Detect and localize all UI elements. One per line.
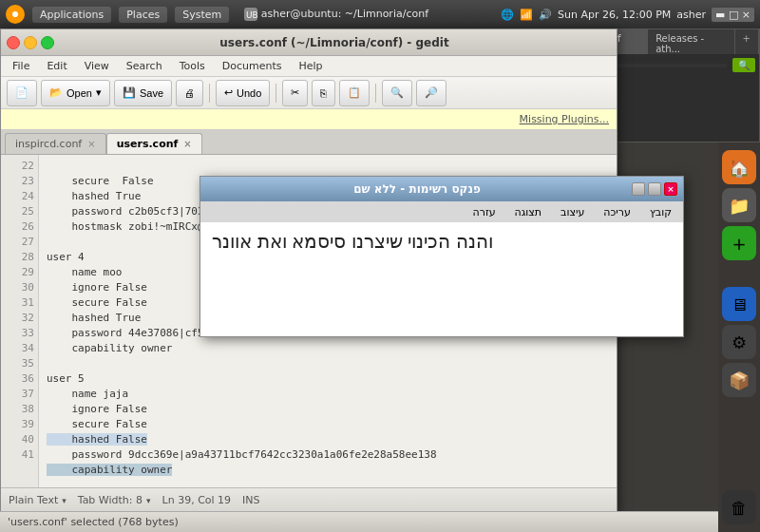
dialog-min-btn[interactable]: [632, 182, 645, 196]
gedit-close-btn[interactable]: [7, 36, 20, 49]
paste-icon: 📋: [348, 86, 361, 99]
toolbar-open-btn[interactable]: 📂 Open ▾: [41, 80, 110, 106]
gedit-menu-bar: File Edit View Search Tools Documents He…: [1, 56, 617, 77]
cut-icon: ✂: [291, 86, 299, 99]
line-ignore-false-2: ignore False: [47, 403, 147, 415]
taskbar-signal-icon: 📶: [520, 9, 533, 21]
new-icon: 📄: [15, 86, 28, 99]
toolbar-search-btn[interactable]: 🔍: [382, 80, 412, 106]
toolbar-undo-btn[interactable]: ↩ Undo: [216, 80, 270, 106]
print-icon: 🖨: [184, 87, 195, 99]
copy-icon: ⎘: [320, 87, 327, 99]
menu-view[interactable]: View: [77, 58, 117, 74]
taskbar-path: UB asher@ubuntu: ~/Limnoria/conf: [244, 8, 428, 21]
dialog-menu-format[interactable]: עיצוב: [553, 204, 592, 220]
line-user4: user 4: [47, 251, 85, 263]
menu-documents[interactable]: Documents: [215, 58, 290, 74]
dialog-win-btns: ×: [632, 182, 677, 196]
line-ignore-false: ignore False: [47, 281, 147, 294]
toolbar-searchreplace-btn[interactable]: 🔎: [416, 80, 446, 106]
taskbar-window-ctrl[interactable]: ▬ □ ×: [712, 8, 754, 22]
open-dropdown-icon[interactable]: ▾: [96, 86, 102, 99]
taskbar-network-icon: 🌐: [501, 9, 514, 21]
status-mode[interactable]: Plain Text ▾: [9, 494, 66, 506]
gedit-min-btn[interactable]: [24, 36, 37, 49]
toolbar-sep-3: [375, 84, 376, 103]
line-secure-false-3: secure False: [47, 418, 147, 430]
line-hashed-true: hashed True: [47, 190, 141, 202]
line-name-moo: name moo: [47, 266, 122, 278]
status-ins: INS: [242, 494, 259, 506]
sidebar-icon-app3[interactable]: 📦: [722, 363, 756, 397]
svg-point-1: [12, 11, 18, 17]
missing-plugins-bar: Missing Plugins...: [1, 109, 617, 130]
svg-text:UB: UB: [246, 10, 257, 20]
bg-tab-releases[interactable]: Releases - ath...: [648, 29, 734, 54]
line-user5: user 5: [47, 372, 85, 385]
menu-tools[interactable]: Tools: [172, 58, 213, 74]
tab-users-conf[interactable]: users.conf ×: [106, 133, 202, 154]
search-icon: 🔍: [390, 86, 404, 99]
missing-plugins-text[interactable]: Missing Plugins...: [520, 113, 609, 125]
line-password3: password 9dcc369e|a9a43711bcf7642cc3230a…: [47, 448, 437, 461]
status-position: Ln 39, Col 19: [162, 494, 232, 506]
line-secure-false-2: secure False: [47, 296, 147, 309]
dialog-menu-file[interactable]: קובץ: [642, 204, 679, 220]
tab-users-conf-close[interactable]: ×: [183, 139, 191, 149]
line-hashed-false: hashed False: [47, 433, 147, 446]
gedit-statusbar: Plain Text ▾ Tab Width: 8 ▾ Ln 39, Col 1…: [1, 487, 617, 512]
undo-icon: ↩: [224, 86, 233, 99]
dialog-max-btn[interactable]: [648, 182, 661, 196]
toolbar-copy-btn[interactable]: ⎘: [312, 80, 335, 106]
menu-edit[interactable]: Edit: [39, 58, 74, 74]
dialog-close-btn[interactable]: ×: [664, 182, 677, 196]
dialog-menu-edit[interactable]: עריכה: [596, 204, 638, 220]
ubuntu-icon[interactable]: [6, 5, 25, 24]
mode-dropdown-icon[interactable]: ▾: [62, 496, 66, 505]
bg-search-btn[interactable]: 🔍: [732, 58, 755, 72]
toolbar-sep-2: [276, 84, 276, 103]
toolbar-paste-btn[interactable]: 📋: [339, 80, 370, 106]
taskbar-applications[interactable]: Applications: [32, 7, 111, 23]
bg-tab-add[interactable]: +: [735, 29, 759, 54]
sidebar-icon-home[interactable]: 🏠: [722, 150, 756, 184]
tabwidth-dropdown-icon[interactable]: ▾: [146, 496, 151, 505]
sidebar-icon-plus[interactable]: +: [722, 226, 756, 260]
taskbar-left: Applications Places System UB asher@ubun…: [6, 5, 493, 24]
dialog-content-area[interactable]: והנה הכינוי שיצרנו סיסמא ואת אוונר‎: [200, 222, 683, 336]
menu-search[interactable]: Search: [119, 58, 170, 74]
dialog-titlebar: × פנקס רשימות - ללא שם: [200, 177, 683, 201]
menu-file[interactable]: File: [5, 58, 37, 74]
line-secure-false: secure False: [47, 175, 154, 187]
main-area: ~/s... F2H - conf הל... Releases - ath..…: [0, 28, 760, 532]
dialog-menu-help[interactable]: עזרה: [466, 204, 504, 220]
sidebar-icon-trash[interactable]: 🗑: [722, 490, 756, 524]
toolbar-save-btn[interactable]: 💾 Save: [114, 80, 172, 106]
toolbar-new-btn[interactable]: 📄: [7, 80, 37, 106]
taskbar-user: asher: [676, 9, 706, 21]
line-numbers: 22 23 24 25 26 27 28 29 30 31 32 33 34 3…: [1, 155, 39, 508]
bottom-statusbar: 'users.conf' selected (768 bytes): [0, 511, 718, 532]
status-tab-width[interactable]: Tab Width: 8 ▾: [78, 494, 151, 506]
sidebar-icon-files[interactable]: 📁: [722, 188, 756, 222]
toolbar-cut-btn[interactable]: ✂: [282, 80, 308, 106]
toolbar-sep-1: [209, 84, 210, 103]
sidebar-icon-app1[interactable]: 🖥: [722, 287, 756, 321]
sidebar-icon-app2[interactable]: ⚙: [722, 325, 756, 359]
toolbar-print-btn[interactable]: 🖨: [176, 80, 203, 106]
bottom-status-text: 'users.conf' selected (768 bytes): [8, 516, 179, 528]
taskbar-right: 🌐 📶 🔊 Sun Apr 26, 12:00 PM asher ▬ □ ×: [501, 8, 754, 22]
line-hashed-true-2: hashed True: [47, 312, 141, 324]
dialog-menu-view[interactable]: תצוגה: [507, 204, 549, 220]
menu-help[interactable]: Help: [291, 58, 330, 74]
tab-inspircd-close[interactable]: ×: [87, 139, 95, 149]
gedit-titlebar: users.conf (~/Limnoria/conf) - gedit: [1, 29, 617, 56]
dialog-window: × פנקס רשימות - ללא שם קובץ עריכה עיצוב …: [200, 176, 684, 337]
dialog-text: והנה הכינוי שיצרנו סיסמא ואת אוונר‎: [212, 230, 493, 253]
gedit-max-btn[interactable]: [41, 36, 54, 49]
taskbar-places[interactable]: Places: [119, 7, 167, 23]
tab-inspircd[interactable]: inspircd.conf ×: [5, 133, 106, 154]
taskbar-system[interactable]: System: [175, 7, 229, 23]
search-replace-icon: 🔎: [425, 86, 438, 99]
line-capability-owner-2: capability owner: [47, 464, 172, 476]
